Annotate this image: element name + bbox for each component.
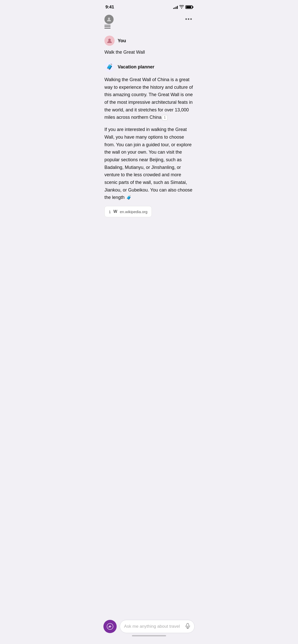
status-time: 9:41: [105, 5, 114, 10]
user-text: Walk the Great Wall: [104, 49, 194, 56]
menu-button[interactable]: [104, 25, 114, 28]
svg-point-1: [108, 39, 111, 41]
citation-number: 1: [109, 210, 111, 214]
avatar: [104, 15, 114, 24]
more-options-button[interactable]: •••: [184, 15, 194, 23]
status-icons: [173, 5, 193, 9]
user-avatar: [104, 36, 115, 46]
hamburger-line-3: [104, 28, 111, 28]
hamburger-line-1: [104, 25, 111, 25]
ai-paragraph-2: If you are interested in walking the Gre…: [104, 126, 194, 201]
ai-name: Vacation planner: [118, 64, 154, 70]
wikipedia-icon: W: [113, 209, 117, 214]
user-message: You Walk the Great Wall: [104, 36, 194, 56]
footnote-badge-1[interactable]: 1: [162, 115, 168, 121]
ai-header: 🧳 Vacation planner: [104, 62, 194, 72]
user-name: You: [118, 38, 126, 43]
svg-point-0: [108, 18, 110, 20]
ai-avatar: 🧳: [104, 62, 115, 72]
header-left: [104, 15, 114, 28]
citation-bar[interactable]: 1 W en.wikipedia.org: [104, 206, 152, 217]
battery-icon: [185, 5, 193, 9]
ai-message: 🧳 Vacation planner Walking the Great Wal…: [104, 62, 194, 217]
app-header: •••: [99, 13, 199, 32]
user-header: You: [104, 36, 194, 46]
citation-url: en.wikipedia.org: [120, 210, 147, 214]
wifi-icon: [179, 5, 184, 9]
ai-paragraph-1: Walking the Great Wall of China is a gre…: [104, 76, 194, 121]
chat-area: You Walk the Great Wall 🧳 Vacation plann…: [99, 32, 199, 225]
signal-icon: [173, 5, 178, 9]
hamburger-line-2: [104, 26, 111, 27]
status-bar: 9:41: [99, 0, 199, 13]
luggage-emoji: 🧳: [126, 195, 131, 200]
